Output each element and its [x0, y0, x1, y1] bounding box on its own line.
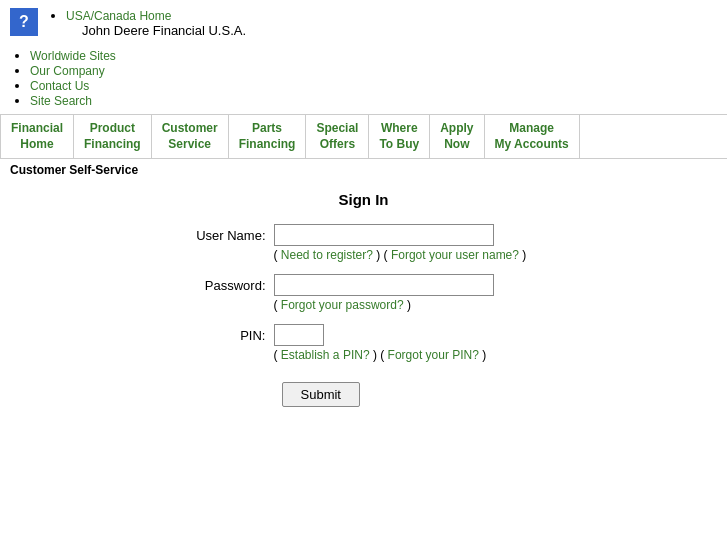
- need-to-register-link[interactable]: Need to register?: [281, 248, 373, 262]
- password-hint: ( Forgot your password? ): [274, 298, 494, 312]
- nav-item-customer[interactable]: CustomerService: [152, 115, 229, 158]
- breadcrumb: Customer Self-Service: [0, 159, 727, 181]
- pin-input[interactable]: [274, 324, 324, 346]
- password-row: Password: ( Forgot your password? ): [174, 274, 554, 320]
- username-input[interactable]: [274, 224, 494, 246]
- pin-label: PIN:: [174, 324, 274, 343]
- top-link-site-search[interactable]: Site Search: [30, 94, 92, 108]
- username-row: User Name: ( Need to register? ) ( Forgo…: [174, 224, 554, 270]
- submit-button[interactable]: Submit: [282, 382, 360, 407]
- sign-in-title: Sign In: [174, 191, 554, 208]
- nav-item-financial[interactable]: FinancialHome: [0, 115, 74, 158]
- company-name: John Deere Financial U.S.A.: [82, 23, 246, 42]
- username-label: User Name:: [174, 224, 274, 243]
- top-link-contact-us[interactable]: Contact Us: [30, 79, 89, 93]
- username-hint: ( Need to register? ) ( Forgot your user…: [274, 248, 527, 262]
- establish-pin-link[interactable]: Establish a PIN?: [281, 348, 370, 362]
- forgot-password-link[interactable]: Forgot your password?: [281, 298, 404, 312]
- top-link-worldwide-sites[interactable]: Worldwide Sites: [30, 49, 116, 63]
- nav-item-apply[interactable]: ApplyNow: [430, 115, 484, 158]
- password-label: Password:: [174, 274, 274, 293]
- nav-item-manage[interactable]: ManageMy Accounts: [485, 115, 580, 158]
- pin-hint: ( Establish a PIN? ) ( Forgot your PIN? …: [274, 348, 487, 362]
- forgot-pin-link[interactable]: Forgot your PIN?: [388, 348, 479, 362]
- usa-canada-link[interactable]: USA/Canada Home: [66, 9, 171, 23]
- top-link-our-company[interactable]: Our Company: [30, 64, 105, 78]
- nav-item-parts[interactable]: PartsFinancing: [229, 115, 307, 158]
- password-input[interactable]: [274, 274, 494, 296]
- top-links: Worldwide SitesOur CompanyContact UsSite…: [0, 46, 727, 114]
- nav-item-product[interactable]: ProductFinancing: [74, 115, 152, 158]
- nav-item-special[interactable]: SpecialOffers: [306, 115, 369, 158]
- logo-icon: ?: [10, 8, 38, 36]
- pin-row: PIN: ( Establish a PIN? ) ( Forgot your …: [174, 324, 554, 370]
- nav-bar: FinancialHomeProductFinancingCustomerSer…: [0, 114, 727, 159]
- nav-item-where[interactable]: WhereTo Buy: [369, 115, 430, 158]
- forgot-username-link[interactable]: Forgot your user name?: [391, 248, 519, 262]
